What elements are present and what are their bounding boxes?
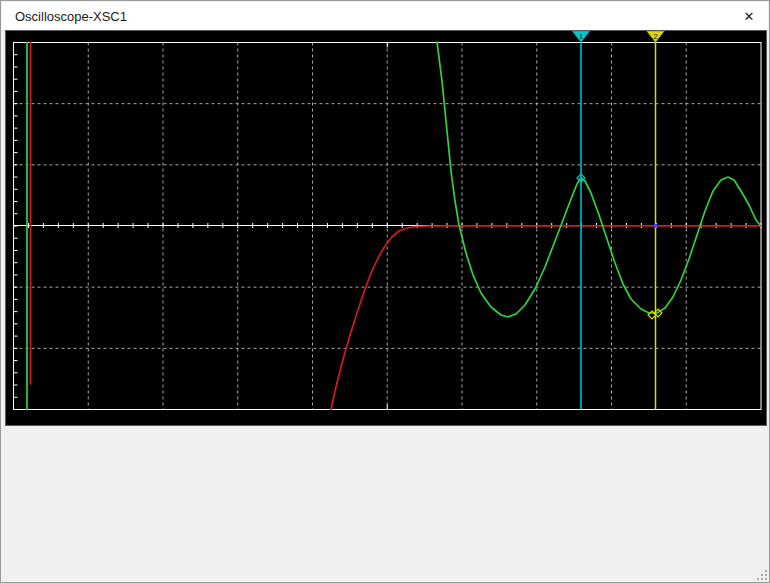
cursor2-axis-dot (654, 224, 658, 228)
oscilloscope-window: Oscilloscope-XSC1 ✕ 12 T1 ← → T2 ← → T2-… (0, 0, 770, 583)
oscilloscope-screen: 12 (5, 30, 767, 426)
cursor-2-label: 2 (653, 32, 658, 41)
title-bar: Oscilloscope-XSC1 ✕ (2, 2, 768, 30)
channel-b-trace (437, 42, 760, 317)
channel-a-trace (331, 226, 761, 410)
cursor-1[interactable]: 1 (572, 31, 590, 410)
waveform-display: 12 (6, 31, 766, 425)
close-icon[interactable]: ✕ (738, 7, 760, 26)
window-title: Oscilloscope-XSC1 (15, 9, 127, 24)
control-panel: T1 ← → T2 ← → T2-T1 Time Channel_A Chann… (1, 426, 769, 582)
resize-grip[interactable] (755, 568, 767, 580)
cursor-2[interactable]: 2 (647, 31, 665, 410)
cursor-1-label: 1 (579, 32, 584, 41)
